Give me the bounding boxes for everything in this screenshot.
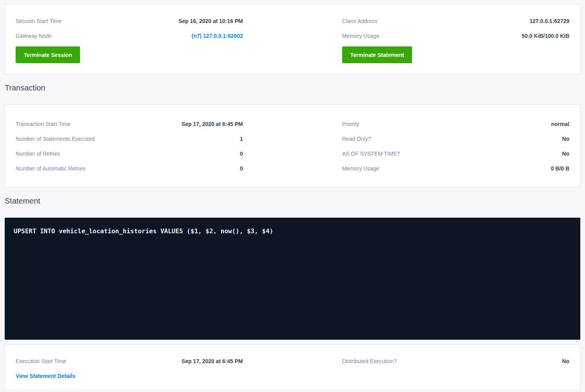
read-only-row: Read Only? No (342, 131, 569, 146)
statements-executed-value: 1 (240, 136, 243, 142)
transaction-start-time-label: Transaction Start Time (16, 121, 70, 127)
statement-execution-card: Execution Start Time Sep 17, 2020 at 6:4… (5, 344, 580, 390)
as-of-system-time-value: No (562, 151, 569, 157)
read-only-value: No (562, 136, 569, 142)
session-summary-card: Session Start Time Sep 16, 2020 at 10:16… (5, 4, 580, 74)
automatic-retries-row: Number of Automatic Retries 0 (16, 161, 243, 176)
statement-execution-right-column: Distributed Execution? No (342, 354, 569, 380)
transaction-memory-usage-value: 0 B/0 B (551, 165, 569, 172)
distributed-execution-row: Distributed Execution? No (342, 354, 569, 369)
distributed-execution-value: No (562, 358, 569, 364)
transaction-memory-usage-label: Memory Usage (342, 165, 379, 172)
session-details-page: Session Start Time Sep 16, 2020 at 10:16… (0, 0, 585, 390)
client-address-row: Client Address 127.0.0.1:62729 (342, 14, 569, 28)
execution-start-time-value: Sep 17, 2020 at 6:45 PM (182, 358, 243, 364)
session-summary-right-column: Client Address 127.0.0.1:62729 Memory Us… (342, 14, 569, 63)
sql-statement-text: UPSERT INTO vehicle_location_histories V… (14, 227, 273, 235)
priority-value: normal (551, 121, 569, 127)
retries-label: Number of Retries (16, 151, 60, 157)
client-address-value: 127.0.0.1:62729 (530, 18, 569, 24)
transaction-start-time-value: Sep 17, 2020 at 6:45 PM (182, 121, 243, 127)
retries-row: Number of Retries 0 (16, 146, 243, 161)
transaction-heading: Transaction (5, 82, 580, 93)
statement-execution-left-column: Execution Start Time Sep 17, 2020 at 6:4… (16, 354, 243, 380)
transaction-start-time-row: Transaction Start Time Sep 17, 2020 at 6… (16, 117, 243, 131)
automatic-retries-label: Number of Automatic Retries (16, 165, 86, 172)
execution-start-time-row: Execution Start Time Sep 17, 2020 at 6:4… (16, 354, 243, 369)
gateway-node-label: Gateway Node (16, 33, 52, 39)
transaction-right-column: Priority normal Read Only? No AS OF SYST… (342, 117, 569, 176)
session-start-time-label: Session Start Time (16, 18, 62, 24)
terminate-statement-button[interactable]: Terminate Statement (342, 46, 412, 63)
priority-label: Priority (342, 121, 359, 127)
view-statement-details-link[interactable]: View Statement Details (16, 373, 75, 379)
client-address-label: Client Address (342, 18, 377, 24)
session-memory-usage-value: 50.0 KiB/100.0 KiB (522, 33, 569, 39)
sql-statement-box: UPSERT INTO vehicle_location_histories V… (5, 218, 580, 340)
gateway-node-link[interactable]: (n7) 127.0.0.1:62602 (191, 33, 243, 39)
statements-executed-label: Number of Statements Executed (16, 136, 95, 142)
transaction-left-column: Transaction Start Time Sep 17, 2020 at 6… (16, 117, 243, 176)
execution-start-time-label: Execution Start Time (16, 358, 66, 364)
as-of-system-time-row: AS OF SYSTEM TIME? No (342, 146, 569, 161)
session-memory-usage-label: Memory Usage (342, 33, 379, 39)
session-memory-usage-row: Memory Usage 50.0 KiB/100.0 KiB (342, 28, 569, 43)
terminate-session-button[interactable]: Terminate Session (16, 46, 80, 63)
automatic-retries-value: 0 (240, 165, 243, 172)
session-summary-left-column: Session Start Time Sep 16, 2020 at 10:16… (16, 14, 243, 63)
priority-row: Priority normal (342, 117, 569, 131)
session-start-time-value: Sep 16, 2020 at 10:16 PM (178, 18, 243, 24)
distributed-execution-label: Distributed Execution? (342, 358, 397, 364)
view-statement-details-row: View Statement Details (16, 372, 243, 380)
session-start-time-row: Session Start Time Sep 16, 2020 at 10:16… (16, 14, 243, 28)
retries-value: 0 (240, 151, 243, 157)
statements-executed-row: Number of Statements Executed 1 (16, 131, 243, 146)
gateway-node-row: Gateway Node (n7) 127.0.0.1:62602 (16, 28, 243, 43)
as-of-system-time-label: AS OF SYSTEM TIME? (342, 151, 400, 157)
transaction-memory-usage-row: Memory Usage 0 B/0 B (342, 161, 569, 176)
statement-heading: Statement (5, 195, 580, 206)
transaction-card: Transaction Start Time Sep 17, 2020 at 6… (5, 105, 580, 187)
read-only-label: Read Only? (342, 136, 371, 142)
